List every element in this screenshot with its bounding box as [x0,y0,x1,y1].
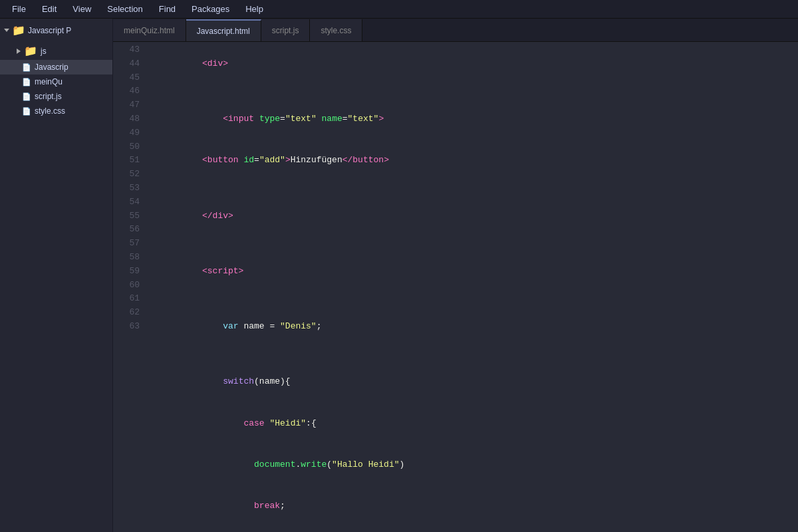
folder-icon: 📁 [12,24,25,37]
code-line [150,292,798,306]
file-icon: 📄 [22,92,31,101]
sidebar-item-stylecss[interactable]: 📄 style.css [0,104,112,118]
sidebar-root[interactable]: 📁 Javascript P [0,19,112,42]
sidebar-file-label: Javascrip [35,63,68,72]
code-line: switch(name){ [150,361,798,402]
code-line [150,84,798,98]
sidebar-file-label: style.css [35,106,65,116]
sidebar-root-label: Javascript P [28,26,71,35]
menu-file[interactable]: File [5,3,33,15]
code-line: </div> [150,196,798,237]
folder-icon: 📁 [24,45,37,57]
code-line [150,348,798,362]
menu-packages[interactable]: Packages [185,3,236,15]
menu-bar: File Edit View Selection Find Packages H… [0,0,798,19]
code-line [150,237,798,251]
tab-stylecss[interactable]: style.css [310,19,362,41]
tab-scriptjs[interactable]: script.js [261,19,311,41]
menu-find[interactable]: Find [152,3,182,15]
sidebar-item-js[interactable]: 📁 js [0,42,112,60]
file-icon: 📄 [22,78,31,86]
tab-javascript[interactable]: Javascript.html [186,19,261,41]
code-line: document.write("Hallo Heidi") [150,444,798,485]
chevron-down-icon [4,29,9,32]
sidebar-folder-label: js [41,47,47,56]
editor-container: meinQuiz.html Javascript.html script.js … [113,19,798,532]
file-icon: 📄 [22,63,31,72]
chevron-right-icon [17,49,21,54]
sidebar-file-label: script.js [35,92,62,101]
code-line: <button id="add">Hinzufügen</button> [150,140,798,182]
line-numbers: 43 44 45 46 47 48 49 50 51 52 53 54 55 5… [113,42,145,532]
file-icon: 📄 [22,107,31,116]
code-content[interactable]: <div> <input type="text" name="text"> <b… [145,42,798,532]
sidebar-item-javascript[interactable]: 📄 Javascrip [0,60,112,74]
code-line: <input type="text" name="text"> [150,98,798,140]
menu-view[interactable]: View [66,3,98,15]
sidebar: 📁 Javascript P 📁 js 📄 Javascrip 📄 meinQu… [0,19,113,532]
code-line [150,182,798,196]
code-line: }case "Michi":{ [150,527,798,532]
sidebar-item-meinquiz[interactable]: 📄 meinQu [0,74,112,89]
code-line: <script> [150,251,798,292]
code-editor[interactable]: 43 44 45 46 47 48 49 50 51 52 53 54 55 5… [113,42,798,532]
menu-selection[interactable]: Selection [100,3,149,15]
sidebar-item-scriptjs[interactable]: 📄 script.js [0,89,112,104]
tab-meinquiz[interactable]: meinQuiz.html [113,19,186,41]
code-line: <div> [150,43,798,84]
main-area: 📁 Javascript P 📁 js 📄 Javascrip 📄 meinQu… [0,19,798,532]
tab-bar: meinQuiz.html Javascript.html script.js … [113,19,798,42]
code-line: break; [150,486,798,527]
menu-help[interactable]: Help [239,3,270,15]
sidebar-file-label: meinQu [35,77,63,86]
code-line: var name = "Denis"; [150,306,798,347]
code-line: case "Heidi":{ [150,403,798,444]
menu-edit[interactable]: Edit [35,3,63,15]
